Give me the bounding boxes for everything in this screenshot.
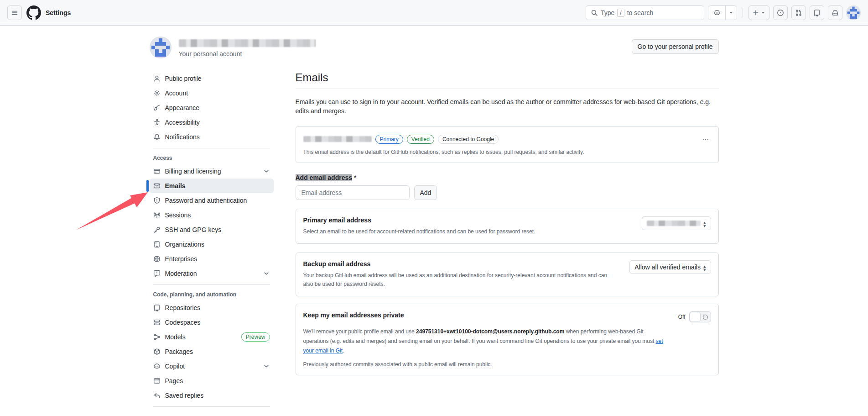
sidebar-item-sessions[interactable]: Sessions [150, 208, 274, 222]
create-new-button[interactable] [748, 5, 769, 20]
sidebar-item-packages[interactable]: Packages [150, 344, 274, 359]
sidebar-item-moderation[interactable]: Moderation [150, 266, 274, 281]
email-options-kebab-button[interactable] [700, 134, 711, 145]
profile-header: Your personal account Go to your persona… [150, 37, 719, 58]
email-list-item: Primary Verified Connected to Google Thi… [296, 126, 719, 163]
sidebar-item-codespaces[interactable]: Codespaces [150, 315, 274, 330]
connected-to-google-badge: Connected to Google [438, 135, 499, 144]
chevron-down-icon [263, 270, 270, 277]
pull-requests-button[interactable] [791, 5, 806, 20]
organization-icon [153, 241, 161, 248]
add-email-label: Add email address * [296, 174, 719, 181]
sidebar-item-accessibility[interactable]: Accessibility [150, 115, 274, 130]
sidebar-section-access: Access [150, 152, 274, 164]
account-type-label: Your personal account [179, 50, 316, 58]
issue-opened-icon [777, 9, 784, 16]
issues-button[interactable] [773, 5, 788, 20]
profile-avatar[interactable] [150, 37, 172, 58]
reply-icon [153, 392, 161, 399]
sidebar-item-emails[interactable]: Emails [150, 179, 274, 193]
bell-icon [153, 133, 161, 141]
verified-badge: Verified [407, 135, 434, 144]
person-icon [153, 75, 161, 82]
sidebar-item-organizations[interactable]: Organizations [150, 237, 274, 252]
sidebar-divider [153, 406, 270, 407]
inbox-button[interactable] [828, 5, 842, 20]
copilot-split-button [708, 5, 737, 20]
hamburger-icon [11, 9, 18, 16]
gear-icon [153, 90, 161, 97]
git-pull-request-icon [795, 9, 802, 16]
sidebar-item-copilot[interactable]: Copilot [150, 359, 274, 374]
sidebar-item-billing-and-licensing[interactable]: Billing and licensing [150, 164, 274, 179]
primary-email-select[interactable]: ▴▾ [642, 216, 711, 230]
sidebar-item-account[interactable]: Account [150, 86, 274, 100]
privacy-description: We'll remove your public profile email a… [303, 327, 670, 356]
sidebar-item-notifications[interactable]: Notifications [150, 130, 274, 144]
identicon-avatar-image [846, 5, 861, 20]
copilot-dropdown-button[interactable] [726, 6, 737, 20]
sidebar-item-ssh-and-gpg-keys[interactable]: SSH and GPG keys [150, 222, 274, 237]
go-to-profile-button[interactable]: Go to your personal profile [632, 39, 719, 54]
privacy-footnote: Previously authored commits associated w… [303, 361, 711, 368]
primary-email-description: Select an email to be used for account-r… [303, 227, 535, 236]
sidebar-section-code-planning-automation: Code, planning, and automation [150, 289, 274, 300]
primary-email-card: Primary email address Select an email to… [296, 209, 719, 244]
blurred-username [179, 39, 316, 47]
sidebar-divider [153, 148, 270, 148]
plus-icon [752, 9, 759, 16]
backup-email-title: Backup email address [303, 260, 613, 268]
email-address-input[interactable] [296, 185, 410, 200]
search-icon [591, 9, 598, 16]
page-description: Emails you can use to sign in to your ac… [296, 97, 719, 116]
sidebar-item-repositories[interactable]: Repositories [150, 300, 274, 315]
models-icon [153, 333, 161, 341]
sidebar-divider [153, 284, 270, 285]
annotation-arrow [68, 186, 153, 232]
header-divider [743, 8, 743, 17]
blurred-email-address [303, 136, 372, 142]
report-icon [153, 270, 161, 277]
select-caret-icon: ▴▾ [703, 264, 706, 270]
copilot-icon [713, 9, 721, 16]
accessibility-icon [153, 119, 161, 126]
repositories-button[interactable] [810, 5, 824, 20]
backup-email-card: Backup email address Your backup GitHub … [296, 253, 719, 296]
user-avatar[interactable] [846, 5, 861, 20]
inbox-icon [832, 9, 839, 16]
mail-icon [153, 182, 161, 190]
sidebar-item-appearance[interactable]: Appearance [150, 100, 274, 115]
sidebar-item-enterprises[interactable]: Enterprises [150, 252, 274, 266]
chevron-down-icon [263, 168, 270, 175]
hamburger-menu-button[interactable] [7, 5, 22, 20]
sidebar-item-saved-replies[interactable]: Saved replies [150, 388, 274, 403]
backup-email-select-value: Allow all verified emails [634, 263, 701, 271]
settings-sidebar: Public profile Account Appearance Access… [150, 71, 274, 411]
primary-badge: Primary [375, 135, 403, 144]
github-mark-icon [26, 5, 41, 20]
credit-card-icon [153, 168, 161, 175]
backup-email-description: Your backup GitHub email address will be… [303, 271, 613, 289]
global-search-input[interactable]: Type / to search [586, 5, 704, 20]
codespaces-icon [153, 319, 161, 326]
primary-email-title: Primary email address [303, 216, 535, 224]
repo-icon [153, 304, 161, 311]
repo-icon [813, 9, 821, 16]
toggle-off-icon [701, 315, 711, 320]
privacy-toggle-switch[interactable] [689, 311, 711, 322]
required-asterisk: * [354, 174, 356, 181]
sidebar-item-password-and-authentication[interactable]: Password and authentication [150, 193, 274, 208]
caret-down-icon [728, 10, 734, 16]
copilot-button[interactable] [708, 6, 726, 20]
emails-settings-main: Emails Emails you can use to sign in to … [296, 71, 719, 375]
sidebar-item-models[interactable]: Models Preview [150, 330, 274, 344]
sidebar-item-public-profile[interactable]: Public profile [150, 71, 274, 86]
sidebar-item-pages[interactable]: Pages [150, 374, 274, 388]
page-title: Emails [296, 71, 719, 89]
add-email-button[interactable]: Add [414, 185, 437, 200]
github-logo[interactable] [26, 5, 41, 20]
backup-email-select[interactable]: Allow all verified emails ▴▾ [629, 260, 711, 274]
browser-icon [153, 377, 161, 384]
shield-lock-icon [153, 197, 161, 204]
kebab-horizontal-icon [702, 136, 709, 143]
